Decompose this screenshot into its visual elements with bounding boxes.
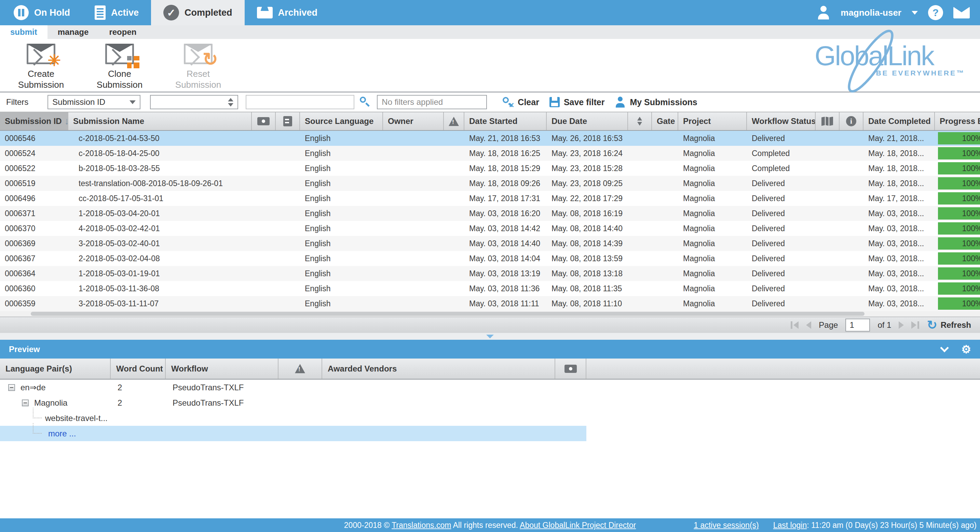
cell-due_date: May. 23, 2018 16:24 — [547, 146, 628, 161]
next-page-button[interactable] — [899, 321, 904, 329]
clone-submission-button[interactable]: CloneSubmission — [89, 44, 150, 92]
column-header-date-completed[interactable]: Date Completed — [864, 112, 935, 130]
cell-name: test-translation-008-2018-05-18-09-26-01 — [68, 176, 252, 191]
table-row[interactable]: 00063593-2018-05-03-11-11-07EnglishMay. … — [0, 296, 980, 311]
column-money-icon[interactable] — [252, 112, 276, 130]
subtab-submit[interactable]: submit — [0, 25, 48, 39]
applied-filters-input[interactable] — [382, 97, 482, 107]
cell-blank — [628, 146, 652, 161]
progress-bar: 100% — [938, 177, 980, 189]
table-row[interactable]: 0006496cc-2018-05-17-05-31-01EnglishMay.… — [0, 191, 980, 206]
table-row[interactable]: 0006522b-2018-05-18-03-28-55EnglishMay. … — [0, 161, 980, 176]
mail-icon[interactable] — [953, 7, 970, 18]
column-header-project[interactable]: Project — [678, 112, 747, 130]
sort-icon — [636, 116, 643, 127]
column-header-submission-name[interactable]: Submission Name — [68, 112, 252, 130]
last-page-button[interactable] — [911, 321, 919, 329]
filter-field-select[interactable]: Submission ID — [48, 95, 140, 109]
help-icon[interactable] — [928, 5, 943, 20]
cell-name: 4-2018-05-03-02-42-01 — [68, 221, 252, 236]
last-login-link[interactable]: Last login — [773, 521, 807, 530]
preview-column-money-icon[interactable] — [555, 359, 586, 379]
subtab-reopen[interactable]: reopen — [99, 25, 146, 39]
column-info-icon[interactable] — [840, 112, 864, 130]
my-submissions-button[interactable]: My Submissions — [615, 97, 697, 108]
user-menu-caret-icon[interactable] — [912, 11, 918, 15]
preview-column-awarded-vendors[interactable]: Awarded Vendors — [322, 359, 555, 379]
table-row[interactable]: 00063711-2018-05-03-04-20-01EnglishMay. … — [0, 206, 980, 221]
column-header-owner[interactable]: Owner — [383, 112, 444, 130]
collapse-panel-icon[interactable] — [940, 343, 949, 352]
save-filter-label: Save filter — [564, 97, 605, 107]
horizontal-scrollbar[interactable] — [0, 311, 980, 316]
scrollbar-thumb[interactable] — [31, 312, 864, 316]
filter-value-spinner[interactable] — [150, 95, 238, 109]
table-row[interactable]: 0006524c-2018-05-18-04-25-00EnglishMay. … — [0, 146, 980, 161]
sub-tab-bar: submitmanagereopen — [0, 25, 980, 39]
preview-column-language-pair-s[interactable]: Language Pair(s) — [0, 359, 111, 379]
table-row[interactable]: 00063641-2018-05-03-01-19-01EnglishMay. … — [0, 266, 980, 281]
filter-search-input[interactable] — [250, 97, 350, 107]
applied-filters-field[interactable] — [377, 95, 487, 109]
toolbar-button-label: Reset — [186, 68, 210, 79]
subtab-manage[interactable]: manage — [48, 25, 99, 39]
column-header-workflow-status[interactable]: Workflow Status — [747, 112, 816, 130]
refresh-button[interactable]: Refresh — [927, 319, 971, 331]
table-row[interactable]: 0006546c-2018-05-21-04-53-50EnglishMay. … — [0, 131, 980, 146]
preview-column-workflow[interactable]: Workflow — [166, 359, 278, 379]
submissions-table-header: Submission ID↓Submission NameSource Lang… — [0, 112, 980, 131]
page-number-input[interactable] — [845, 319, 870, 332]
table-row[interactable]: 00063693-2018-05-03-02-40-01EnglishMay. … — [0, 236, 980, 251]
spinner-arrows-icon[interactable] — [228, 98, 233, 106]
cell-blank — [628, 206, 652, 221]
column-header-gate[interactable]: Gate — [652, 112, 678, 130]
column-header-date-started[interactable]: Date Started — [465, 112, 547, 130]
cell-gate — [652, 161, 678, 176]
about-globallink-link[interactable]: About GlobalLink Project Director — [520, 521, 636, 530]
reset-submission-button[interactable]: ResetSubmission — [167, 44, 229, 92]
check-icon — [163, 5, 179, 21]
first-page-button[interactable] — [791, 321, 799, 329]
active-sessions-link[interactable]: 1 active session(s) — [694, 521, 759, 530]
column-header-source-language[interactable]: Source Language — [300, 112, 383, 130]
more-link[interactable]: more ... — [48, 429, 76, 438]
tree-collapse-icon[interactable] — [22, 400, 29, 407]
tab-archived[interactable]: Archived — [245, 0, 330, 25]
cell-blank — [840, 176, 864, 191]
gear-icon[interactable] — [961, 344, 971, 355]
search-icon[interactable] — [359, 96, 371, 108]
create-submission-button[interactable]: CreateSubmission — [10, 44, 72, 92]
tree-row-more[interactable]: more ... — [0, 426, 586, 441]
preview-column-word-count[interactable]: Word Count — [111, 359, 166, 379]
table-row[interactable]: 00063601-2018-05-03-11-36-08EnglishMay. … — [0, 281, 980, 296]
cell-blank — [628, 236, 652, 251]
previous-page-button[interactable] — [806, 321, 811, 329]
preview-column-warning-icon[interactable] — [278, 359, 322, 379]
cell-progress: 100% — [935, 176, 980, 191]
filter-search-field[interactable] — [246, 95, 354, 109]
tab-active[interactable]: Active — [82, 0, 151, 25]
panel-splitter[interactable] — [0, 333, 980, 340]
cell-id: 0006522 — [0, 161, 68, 176]
column-header-due-date[interactable]: Due Date — [547, 112, 628, 130]
tree-collapse-icon[interactable] — [8, 384, 15, 391]
column-header-submission-id[interactable]: Submission ID↓ — [0, 112, 68, 130]
table-row[interactable]: 00063704-2018-05-03-02-42-01EnglishMay. … — [0, 221, 980, 236]
save-filter-button[interactable]: Save filter — [549, 97, 605, 107]
splitter-grip-icon[interactable] — [486, 335, 494, 338]
column-header-progress-bar[interactable]: Progress Bar — [935, 112, 980, 130]
cell-gate — [652, 296, 678, 311]
cell-project: Magnolia — [678, 146, 747, 161]
table-row[interactable]: 00063672-2018-05-03-02-04-08EnglishMay. … — [0, 251, 980, 266]
column-map-icon[interactable] — [816, 112, 840, 130]
tab-completed[interactable]: Completed — [151, 0, 245, 25]
column-file-icon[interactable] — [276, 112, 300, 130]
cell-id: 0006367 — [0, 251, 68, 266]
clear-filter-button[interactable]: ✕ Clear — [497, 96, 539, 108]
column-sort-icon[interactable] — [628, 112, 652, 130]
tab-on-hold[interactable]: On Hold — [2, 0, 82, 25]
column-label: Due Date — [552, 116, 587, 126]
column-warning-icon[interactable] — [444, 112, 465, 130]
table-row[interactable]: 0006519test-translation-008-2018-05-18-0… — [0, 176, 980, 191]
translations-com-link[interactable]: Translations.com — [391, 521, 451, 530]
